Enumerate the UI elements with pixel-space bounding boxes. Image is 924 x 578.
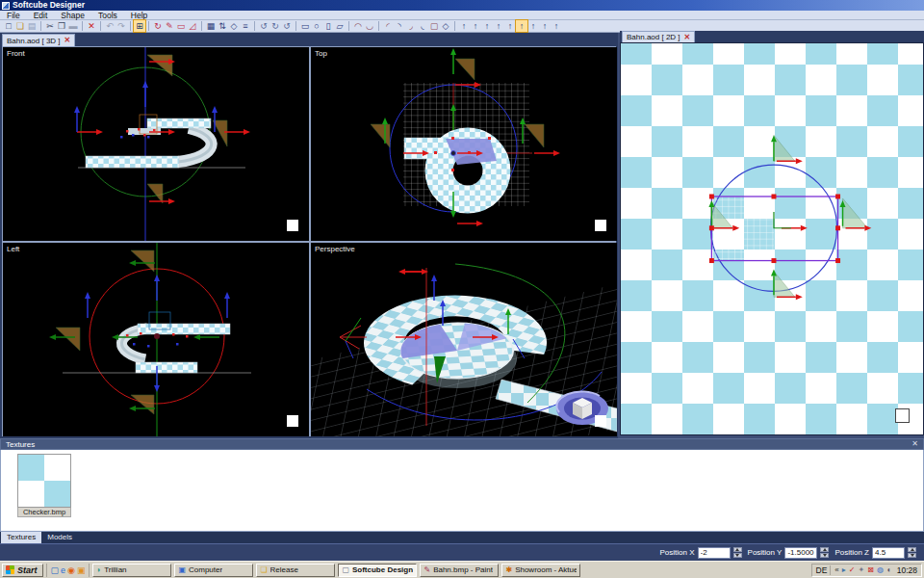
position-y-input[interactable] (784, 547, 817, 559)
position-y-spinner[interactable] (820, 547, 829, 558)
path-tool-button-3[interactable]: ◞ (405, 20, 417, 32)
position-x-spin-up[interactable] (733, 547, 742, 552)
taskbar-task-computer[interactable]: ▣ Computer (174, 564, 253, 577)
volume-icon[interactable]: ◖ (886, 565, 891, 576)
point-tool-button-2[interactable]: ◡ (364, 20, 375, 32)
maximize-2d-view-button[interactable] (895, 408, 910, 423)
grid-toggle-button[interactable]: ⊞ (134, 20, 145, 32)
open-folder-button[interactable]: ❏ (14, 20, 26, 32)
position-z-spin-up[interactable] (908, 547, 916, 552)
position-x-spinner[interactable] (733, 547, 742, 558)
raise-step-button-6[interactable]: ↑ (516, 20, 527, 32)
tab-bahn-3d[interactable]: Bahn.aod [ 3D ] ✕ (2, 34, 75, 46)
menu-file[interactable]: File (0, 11, 27, 20)
firefox-icon[interactable]: ◉ (67, 565, 75, 576)
point-tool-button-1[interactable]: ◠ (352, 20, 364, 32)
path-tool-button-4[interactable]: ◟ (417, 20, 428, 32)
start-button[interactable]: Start (2, 564, 43, 577)
position-y-spin-down[interactable] (820, 553, 829, 558)
insert-segment-button[interactable]: ▦ (205, 20, 217, 32)
new-button[interactable]: □ (3, 20, 14, 32)
curve-tool-button-3[interactable]: ↺ (281, 20, 293, 32)
alert-icon[interactable]: ⊠ (867, 565, 874, 576)
align-segment-button[interactable]: ≡ (240, 20, 251, 32)
cut-button[interactable]: ✂ (44, 20, 56, 32)
shear-tool-button[interactable]: ◿ (187, 20, 198, 32)
browser-icon[interactable]: e (61, 565, 65, 576)
curve-tool-button-1[interactable]: ↺ (258, 20, 270, 32)
antivirus-icon[interactable]: ✓ (849, 565, 856, 576)
menu-edit[interactable]: Edit (27, 11, 55, 20)
position-x-spin-down[interactable] (733, 553, 742, 558)
position-y-spin-up[interactable] (820, 547, 829, 552)
cube-shape-button[interactable]: ▯ (322, 20, 334, 32)
viewport-perspective[interactable]: Perspective (311, 243, 617, 436)
menu-tools[interactable]: Tools (91, 11, 124, 20)
close-textures-panel-icon[interactable]: ✕ (911, 440, 918, 448)
save-button[interactable]: ▤ (26, 20, 38, 32)
split-segment-button[interactable]: ⇅ (217, 20, 228, 32)
maximize-top-viewport-button[interactable] (595, 220, 606, 231)
perspective-viewport-canvas[interactable] (311, 243, 617, 436)
maximize-left-viewport-button[interactable] (287, 415, 298, 427)
menu-help[interactable]: Help (124, 11, 154, 20)
texture-item-checker[interactable]: Checker.bmp (17, 454, 73, 517)
scale-tool-button[interactable]: ▭ (175, 20, 187, 32)
tray-tool-icon[interactable]: ✦ (858, 565, 864, 576)
menu-shape[interactable]: Shape (54, 11, 91, 20)
raise-step-button-1[interactable]: ↑ (458, 20, 470, 32)
panel-tab-textures[interactable]: Textures (1, 532, 41, 543)
path-tool-button-6[interactable]: ◇ (440, 20, 451, 32)
viewport-top[interactable]: Top (311, 47, 617, 241)
path-tool-button-2[interactable]: ◝ (394, 20, 405, 32)
viewport-front[interactable]: Front (3, 47, 309, 241)
taskbar-task-release[interactable]: ❏ Release (256, 564, 335, 577)
position-z-spin-down[interactable] (908, 553, 916, 558)
position-z-spinner[interactable] (908, 547, 916, 558)
position-z-input[interactable] (872, 547, 905, 559)
undo-button[interactable]: ↶ (104, 20, 116, 32)
taskbar-task-softcube-designer[interactable]: ▢ Softcube Designer (338, 564, 417, 577)
texture-2d-canvas[interactable] (620, 42, 924, 435)
network-icon[interactable]: ◍ (877, 565, 884, 576)
raise-step-button-7[interactable]: ↑ (527, 20, 539, 32)
collapse-tray-icon[interactable]: « (834, 565, 838, 576)
maximize-perspective-viewport-button[interactable] (595, 415, 606, 427)
rotate-tool-button[interactable]: ↻ (152, 20, 164, 32)
front-viewport-canvas[interactable] (3, 47, 309, 241)
redo-button[interactable]: ↷ (116, 20, 127, 32)
tray-app-icon-1[interactable]: ▸ (842, 565, 846, 576)
paste-button[interactable]: ▬ (67, 20, 79, 32)
maximize-front-viewport-button[interactable] (287, 220, 298, 231)
merge-segment-button[interactable]: ◇ (228, 20, 240, 32)
viewport-left[interactable]: Left (3, 243, 309, 436)
raise-step-button-8[interactable]: ↑ (539, 20, 551, 32)
tab-bahn-2d[interactable]: Bahn.aod [ 2D ] ✕ (622, 31, 695, 42)
top-viewport-canvas[interactable] (311, 47, 617, 241)
close-tab-3d-icon[interactable]: ✕ (64, 37, 71, 44)
position-x-input[interactable] (698, 547, 731, 559)
taskbar-task-showroom[interactable]: ✱ Showroom - Aktuelle Arb... (501, 564, 580, 577)
delete-button[interactable]: ✕ (86, 20, 97, 32)
raise-step-button-4[interactable]: ↑ (493, 20, 504, 32)
show-desktop-icon[interactable]: ▢ (51, 565, 60, 576)
polygon-shape-button[interactable]: ▱ (334, 20, 346, 32)
path-tool-button-5[interactable]: ▢ (428, 20, 440, 32)
media-player-icon[interactable]: ▣ (77, 565, 86, 576)
left-viewport-canvas[interactable] (3, 243, 309, 436)
raise-step-button-3[interactable]: ↑ (481, 20, 493, 32)
ellipse-shape-button[interactable]: ○ (311, 20, 322, 32)
taskbar-task-paint[interactable]: ✎ Bahn.bmp - Paint (420, 564, 499, 577)
raise-step-button-2[interactable]: ↑ (470, 20, 481, 32)
curve-tool-button-2[interactable]: ↻ (270, 20, 281, 32)
raise-step-button-9[interactable]: ↑ (551, 20, 562, 32)
raise-step-button-5[interactable]: ↑ (504, 20, 516, 32)
panel-tab-models[interactable]: Models (41, 532, 78, 543)
taskbar-task-trillian[interactable]: ◗ Trillian (92, 564, 171, 577)
path-tool-button-1[interactable]: ◜ (382, 20, 394, 32)
language-indicator[interactable]: DE (816, 565, 832, 575)
close-tab-2d-icon[interactable]: ✕ (684, 34, 691, 41)
vertex-edit-tool-button[interactable]: ✎ (164, 20, 175, 32)
box-shape-button[interactable]: ▭ (299, 20, 311, 32)
copy-button[interactable]: ❐ (56, 20, 67, 32)
